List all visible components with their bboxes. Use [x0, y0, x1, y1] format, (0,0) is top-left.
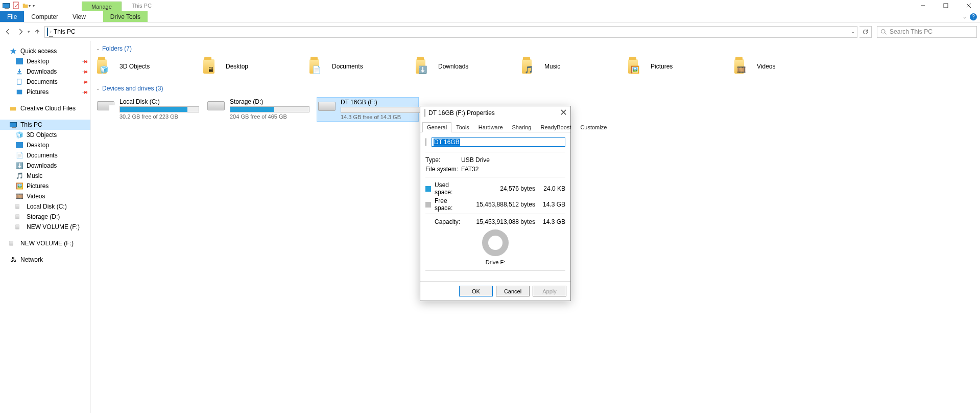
documents-icon: 📄	[15, 151, 23, 159]
apply-button[interactable]: Apply	[533, 286, 566, 296]
nav-storage-d[interactable]: Storage (D:)	[0, 212, 90, 222]
type-value: USB Drive	[461, 156, 565, 164]
network-icon: 🖧	[9, 256, 17, 264]
dialog-close-button[interactable]	[561, 109, 566, 117]
free-human: 14.3 GB	[537, 201, 565, 208]
back-button[interactable]	[3, 27, 13, 37]
up-button[interactable]	[32, 27, 42, 37]
folder-icon	[9, 104, 17, 112]
folder-item[interactable]: 🖥Desktop	[202, 55, 308, 78]
svg-rect-2	[23, 4, 26, 5]
nav-new-volume-f-root[interactable]: NEW VOLUME (F:)	[0, 238, 90, 248]
pin-icon: 📌	[81, 88, 88, 95]
pin-icon: 📌	[81, 78, 88, 85]
nav-3d-objects[interactable]: 🧊3D Objects	[0, 130, 90, 140]
folder-item[interactable]: 🧊3D Objects	[96, 55, 202, 78]
tab-file[interactable]: File	[0, 11, 24, 22]
drive-usage-bar	[230, 106, 309, 112]
folder-item[interactable]: ⬇️Downloads	[415, 55, 521, 78]
dialog-titlebar[interactable]: DT 16GB (F:) Properties	[420, 106, 570, 120]
tab-customize[interactable]: Customize	[576, 122, 611, 132]
drive-free-text: 14.3 GB free of 14.3 GB	[341, 114, 420, 120]
recent-locations-icon[interactable]: ▾	[28, 29, 30, 34]
breadcrumb-this-pc[interactable]: This PC	[54, 28, 76, 35]
nav-videos[interactable]: 🎞️Videos	[0, 191, 90, 201]
tab-computer[interactable]: Computer	[24, 11, 65, 22]
nav-documents[interactable]: 📄Documents	[0, 150, 90, 160]
capacity-label: Capacity:	[435, 218, 465, 225]
ribbon-expand-icon[interactable]: ⌄	[963, 14, 967, 19]
qat-customize-icon[interactable]: ▾	[33, 4, 35, 8]
section-drives[interactable]: ⌄ Devices and drives (3)	[96, 85, 975, 92]
nav-quick-documents[interactable]: Documents📌	[0, 77, 90, 87]
tab-hardware[interactable]: Hardware	[474, 122, 508, 132]
drive-letter-label: Drive F:	[425, 259, 565, 265]
cancel-button[interactable]: Cancel	[496, 286, 530, 296]
breadcrumb-separator-icon[interactable]: ›	[50, 29, 52, 34]
minimize-button[interactable]	[911, 0, 934, 11]
nav-pictures[interactable]: 🖼️Pictures	[0, 181, 90, 191]
maximize-button[interactable]	[934, 0, 957, 11]
nav-this-pc[interactable]: This PC	[0, 120, 90, 130]
this-pc-icon	[47, 28, 48, 35]
search-input[interactable]: Search This PC	[877, 26, 977, 38]
close-button[interactable]	[957, 0, 980, 11]
nav-quick-desktop[interactable]: Desktop📌	[0, 56, 90, 66]
nav-quick-downloads[interactable]: Downloads📌	[0, 66, 90, 77]
drive-item[interactable]: Local Disk (C:) 30.2 GB free of 223 GB	[96, 97, 198, 122]
music-icon: 🎵	[15, 172, 23, 180]
drive-icon	[15, 223, 23, 231]
folder-label: Desktop	[226, 63, 248, 70]
refresh-button[interactable]	[859, 26, 872, 38]
free-bytes: 15,453,888,512 bytes	[467, 201, 535, 208]
used-bytes: 24,576 bytes	[467, 185, 535, 192]
nav-quick-pictures[interactable]: Pictures📌	[0, 87, 90, 97]
section-folders[interactable]: ⌄ Folders (7)	[96, 45, 975, 52]
drive-icon	[318, 99, 336, 114]
nav-local-disk-c[interactable]: Local Disk (C:)	[0, 201, 90, 212]
tab-view[interactable]: View	[65, 11, 93, 22]
search-placeholder: Search This PC	[890, 28, 933, 35]
nav-music[interactable]: 🎵Music	[0, 171, 90, 181]
explorer-icon	[2, 2, 10, 10]
nav-downloads[interactable]: ⬇️Downloads	[0, 160, 90, 171]
nav-network[interactable]: 🖧Network	[0, 255, 90, 265]
quick-access-toolbar: ▾ ▾	[0, 2, 35, 10]
tab-sharing[interactable]: Sharing	[508, 122, 536, 132]
tab-drive-tools[interactable]: Drive Tools	[103, 11, 148, 22]
folder-icon: 🧊	[97, 57, 115, 76]
folder-item[interactable]: 🎵Music	[521, 55, 627, 78]
drive-item[interactable]: Storage (D:) 204 GB free of 465 GB	[206, 97, 308, 122]
downloads-icon	[15, 67, 23, 76]
nav-quick-access[interactable]: Quick access	[0, 46, 90, 56]
svg-rect-11	[10, 107, 16, 110]
help-icon[interactable]: ?	[970, 13, 977, 20]
address-dropdown-icon[interactable]: ⌄	[851, 30, 855, 34]
nav-label: Downloads	[27, 68, 57, 75]
properties-icon[interactable]	[12, 2, 20, 10]
nav-label: Downloads	[27, 162, 57, 169]
tab-tools[interactable]: Tools	[451, 122, 474, 132]
nav-new-volume-f[interactable]: NEW VOLUME (F:)	[0, 222, 90, 232]
ok-button[interactable]: OK	[459, 286, 493, 296]
ribbon: File Computer View Drive Tools ⌄ ?	[0, 11, 980, 22]
folder-icon: 🖥	[203, 57, 222, 76]
nav-creative-cloud[interactable]: Creative Cloud Files	[0, 103, 90, 113]
tab-general[interactable]: General	[422, 122, 451, 132]
capacity-bytes: 15,453,913,088 bytes	[467, 218, 535, 225]
forward-button[interactable]	[15, 27, 26, 37]
folder-item[interactable]: 🎞️Videos	[733, 55, 840, 78]
nav-label: Videos	[27, 193, 45, 200]
filesystem-value: FAT32	[461, 166, 565, 173]
folder-item[interactable]: 🖼️Pictures	[627, 55, 733, 78]
new-folder-icon[interactable]: ▾	[22, 2, 31, 10]
drive-icon	[425, 139, 426, 146]
folder-item[interactable]: 📄Documents	[308, 55, 415, 78]
drive-name-input[interactable]: DT 16GB	[432, 137, 565, 147]
drive-item[interactable]: DT 16GB (F:) 14.3 GB free of 14.3 GB	[317, 97, 419, 122]
address-field[interactable]: › This PC ⌄	[44, 26, 857, 38]
folder-label: Pictures	[651, 63, 673, 70]
nav-desktop[interactable]: Desktop	[0, 140, 90, 150]
tab-readyboost[interactable]: ReadyBoost	[536, 122, 576, 132]
section-title: Devices and drives (3)	[102, 85, 163, 92]
